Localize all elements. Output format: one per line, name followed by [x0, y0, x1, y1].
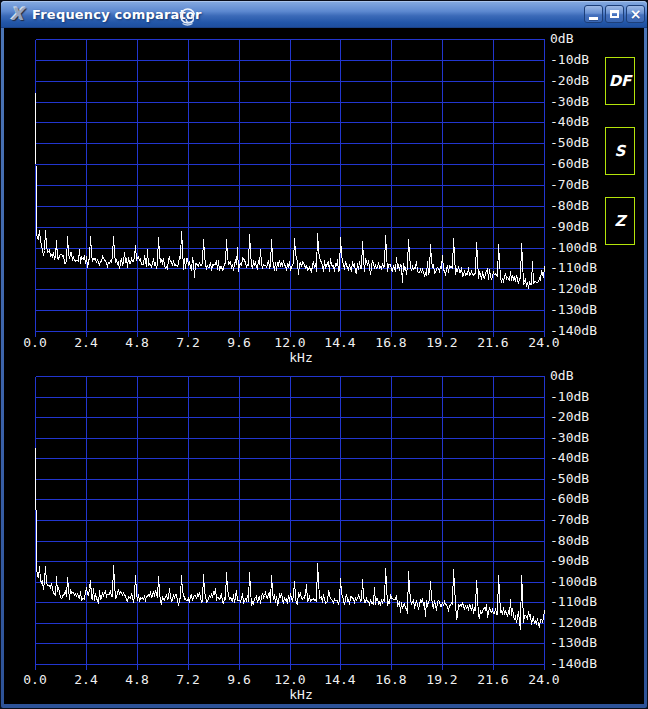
x-tick-label: 9.6 — [217, 335, 261, 350]
x-tick-label: 2.4 — [64, 672, 108, 687]
x-tick-label: 19.2 — [420, 672, 464, 687]
db-tick-label: -80dB — [550, 199, 589, 213]
x-tick-label: 19.2 — [420, 335, 464, 350]
db-tick-label: -120dB — [550, 282, 597, 296]
x-tick-label: 0.0 — [13, 672, 57, 687]
db-tick-label: -30dB — [550, 95, 589, 109]
x-tick-label: 16.8 — [369, 672, 413, 687]
db-tick-label: -130dB — [550, 636, 597, 650]
window-frame: X Frequency comparator × 0.02.44.87.29.6… — [1, 1, 647, 708]
db-tick-label: -50dB — [550, 136, 589, 150]
swirl-cursor-icon — [176, 5, 199, 28]
x-tick-label: 12.0 — [268, 672, 312, 687]
x-tick-label: 16.8 — [369, 335, 413, 350]
db-tick-label: -40dB — [550, 115, 589, 129]
x-axis-unit-label: kHz — [279, 350, 323, 365]
db-tick-label: -20dB — [550, 74, 589, 88]
db-tick-label: -60dB — [550, 157, 589, 171]
db-tick-label: -60dB — [550, 492, 589, 506]
db-tick-label: -130dB — [550, 303, 597, 317]
db-tick-label: -100dB — [550, 575, 597, 589]
db-tick-label: -70dB — [550, 178, 589, 192]
titlebar[interactable]: X Frequency comparator × — [1, 1, 647, 28]
x-tick-label: 4.8 — [115, 335, 159, 350]
x-tick-label: 4.8 — [115, 672, 159, 687]
frequency-comparator-window: X Frequency comparator × 0.02.44.87.29.6… — [0, 0, 648, 709]
db-tick-label: -140dB — [550, 657, 597, 671]
maximize-icon — [610, 10, 619, 18]
x-tick-label: 21.6 — [471, 672, 515, 687]
x-tick-label: 21.6 — [471, 335, 515, 350]
spectrum-plot-bottom — [35, 376, 545, 671]
db-tick-label: 0dB — [550, 369, 573, 383]
x-tick-label: 2.4 — [64, 335, 108, 350]
db-tick-label: -110dB — [550, 261, 597, 275]
db-tick-label: -120dB — [550, 616, 597, 630]
db-tick-label: -140dB — [550, 324, 597, 338]
x-tick-label: 7.2 — [166, 335, 210, 350]
db-tick-label: -110dB — [550, 595, 597, 609]
db-tick-label: -20dB — [550, 410, 589, 424]
client-area: 0.02.44.87.29.612.014.416.819.221.624.0k… — [4, 28, 644, 704]
db-tick-label: -10dB — [550, 390, 589, 404]
close-icon: × — [630, 7, 642, 21]
db-tick-label: -90dB — [550, 220, 589, 234]
maximize-button[interactable] — [605, 5, 624, 23]
x-tick-label: 7.2 — [166, 672, 210, 687]
minimize-button[interactable] — [584, 5, 603, 23]
db-tick-label: 0dB — [550, 32, 573, 46]
x-tick-label: 14.4 — [318, 672, 362, 687]
db-tick-label: -50dB — [550, 472, 589, 486]
db-tick-label: -40dB — [550, 451, 589, 465]
x-axis-unit-label: kHz — [279, 687, 323, 702]
db-tick-label: -10dB — [550, 53, 589, 67]
side-button-s[interactable]: S — [605, 127, 635, 175]
x-tick-label: 0.0 — [13, 335, 57, 350]
app-x-icon: X — [8, 5, 26, 24]
db-tick-label: -30dB — [550, 431, 589, 445]
x-tick-label: 9.6 — [217, 672, 261, 687]
db-tick-label: -80dB — [550, 534, 589, 548]
minimize-icon — [589, 17, 598, 20]
close-button[interactable]: × — [626, 5, 645, 23]
x-tick-label: 12.0 — [268, 335, 312, 350]
side-button-z[interactable]: Z — [605, 197, 635, 245]
spectrum-plot-top — [35, 39, 545, 338]
x-tick-label: 24.0 — [522, 672, 566, 687]
db-tick-label: -90dB — [550, 554, 589, 568]
side-button-df[interactable]: DF — [605, 57, 635, 105]
db-tick-label: -70dB — [550, 513, 589, 527]
db-tick-label: -100dB — [550, 241, 597, 255]
x-tick-label: 14.4 — [318, 335, 362, 350]
